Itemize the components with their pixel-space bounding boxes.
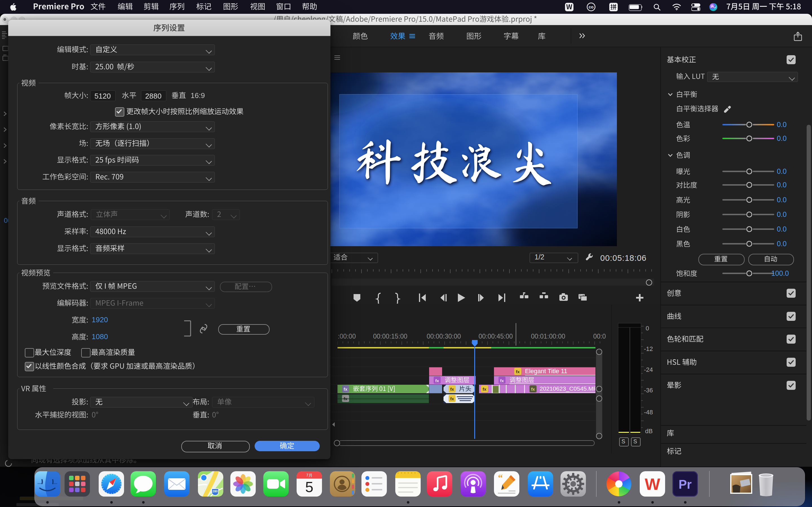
svg-text:5: 5: [305, 479, 313, 495]
svg-text:7月: 7月: [306, 473, 312, 477]
svg-text:co: co: [589, 4, 594, 9]
svg-text:Pr: Pr: [679, 477, 692, 491]
svg-text:“: “: [498, 472, 503, 483]
svg-text:W: W: [645, 475, 660, 493]
svg-text:280: 280: [213, 490, 218, 493]
